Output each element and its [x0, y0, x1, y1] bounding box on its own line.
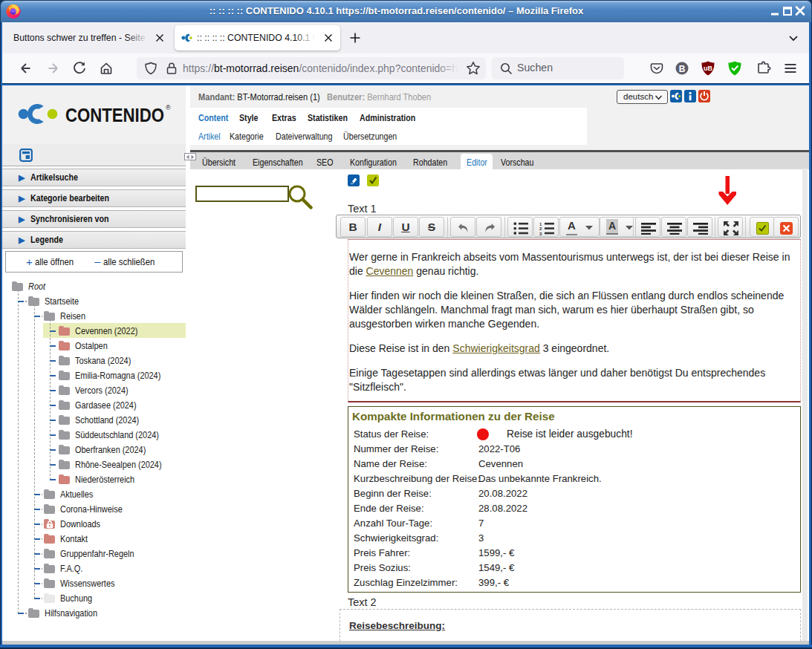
- svg-text:B: B: [679, 64, 686, 74]
- svg-text:3: 3: [539, 231, 542, 235]
- svg-text:1: 1: [539, 221, 542, 226]
- svg-text:2: 2: [539, 226, 542, 231]
- svg-text:®: ®: [166, 104, 171, 111]
- svg-text:uB: uB: [704, 65, 712, 72]
- svg-text:CONTENIDO: CONTENIDO: [65, 104, 164, 126]
